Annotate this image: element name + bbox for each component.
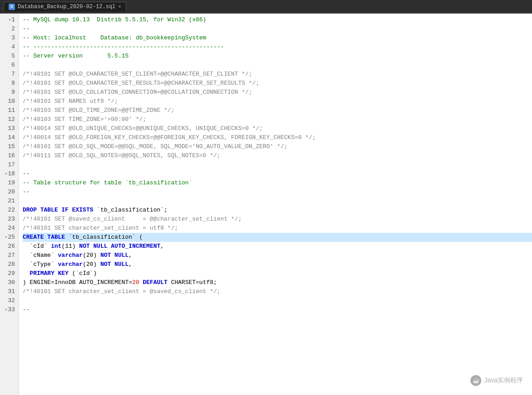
line-num-value: 6	[11, 61, 15, 70]
line-number: 7	[0, 70, 19, 79]
line-num-value: 9	[11, 88, 15, 97]
line-num-value: 1	[11, 15, 15, 24]
code-line: -- Table structure for table `tb_classif…	[23, 178, 532, 188]
code-token: int	[51, 243, 61, 250]
code-token	[23, 270, 30, 277]
line-num-value: 2	[11, 24, 15, 34]
code-line: /*!40101 SET @OLD_CHARACTER_SET_RESULTS=…	[23, 79, 532, 88]
code-token: )	[93, 270, 97, 277]
code-line: `cName` varchar(20) NOT NULL,	[23, 251, 532, 260]
code-token: `cName`	[30, 252, 55, 259]
line-number: 3	[0, 34, 19, 43]
tab-close-icon[interactable]: ×	[118, 4, 121, 10]
code-token: /*!40014 SET @OLD_FOREIGN_KEY_CHECKS=@@F…	[23, 134, 316, 141]
code-token: /*!40101 SET @OLD_COLLATION_CONNECTION=@…	[23, 89, 252, 96]
line-num-value: 25	[8, 233, 15, 242]
code-line	[23, 61, 532, 70]
line-num-value: 3	[11, 34, 15, 43]
line-num-value: 15	[8, 142, 15, 151]
line-number: 29	[0, 269, 19, 278]
code-token: -- -------------------------------------…	[23, 43, 224, 50]
tab-label: Database_Backup_2020-02-12.sql	[18, 4, 115, 10]
code-token: --	[23, 188, 30, 195]
code-token: ,	[129, 261, 132, 268]
code-line: /*!40101 SET character_set_client = utf8…	[23, 224, 532, 233]
code-token: `tb_classification`	[97, 207, 164, 213]
code-line: `cType` varchar(20) NOT NULL,	[23, 260, 532, 269]
file-tab[interactable]: D Database_Backup_2020-02-12.sql ×	[4, 2, 126, 11]
code-token: varchar	[58, 261, 83, 268]
line-num-value: 31	[8, 287, 15, 296]
line-num-value: 18	[8, 169, 15, 178]
line-number: 10	[0, 97, 19, 106]
code-token	[54, 261, 58, 268]
code-token: ;	[164, 207, 168, 213]
code-token: (20)	[83, 252, 101, 259]
line-number: 20	[0, 188, 19, 197]
code-line: DROP TABLE IF EXISTS `tb_classification`…	[23, 206, 532, 215]
code-token: `cType`	[30, 261, 55, 268]
code-token: ) ENGINE=InnoDB AUTO_INCREMENT=	[23, 279, 132, 286]
code-token: -- Server version 5.5.15	[23, 53, 129, 59]
line-number: 22	[0, 206, 19, 215]
code-line: -- MySQL dump 10.13 Distrib 5.5.15, for …	[23, 15, 532, 24]
code-token: -- Host: localhost Database: db_bookkeep…	[23, 34, 206, 41]
code-line: `cId` int(11) NOT NULL AUTO_INCREMENT,	[23, 242, 532, 251]
code-line: --	[23, 305, 532, 314]
code-line: -- Server version 5.5.15	[23, 52, 532, 61]
code-token: 20	[132, 279, 139, 286]
code-token: /*!40101 SET @saved_cs_client = @@charac…	[23, 216, 242, 222]
line-num-value: 27	[8, 251, 15, 260]
watermark-text: Java实例程序	[484, 376, 523, 385]
code-token: (	[136, 234, 143, 241]
code-token: -- MySQL dump 10.13 Distrib 5.5.15, for …	[23, 16, 206, 23]
watermark-icon: ☕	[470, 375, 481, 386]
code-line: /*!40103 SET TIME_ZONE='+00:00' */;	[23, 115, 532, 124]
code-token: /*!40111 SET @OLD_SQL_NOTES=@@SQL_NOTES,…	[23, 152, 220, 159]
code-token: /*!40101 SET @OLD_SQL_MODE=@@SQL_MODE, S…	[23, 143, 288, 150]
line-num-value: 33	[8, 305, 15, 314]
code-token: `cId`	[76, 270, 93, 277]
line-num-value: 24	[8, 224, 15, 233]
line-number: 12	[0, 115, 19, 124]
code-token: NOT NULL	[101, 261, 129, 268]
line-num-value: 28	[8, 260, 15, 269]
code-token: NOT NULL AUTO_INCREMENT	[79, 243, 160, 250]
code-token	[23, 243, 30, 250]
code-token	[93, 207, 97, 213]
code-line: ) ENGINE=InnoDB AUTO_INCREMENT=20 DEFAUL…	[23, 278, 532, 287]
line-number: 17	[0, 160, 19, 169]
code-line: --	[23, 24, 532, 34]
code-token: /*!40101 SET NAMES utf8 */;	[23, 98, 118, 105]
code-token: ,	[129, 252, 132, 259]
line-num-value: 7	[11, 70, 15, 79]
line-number: 15	[0, 142, 19, 151]
code-token: (20)	[83, 261, 101, 268]
watermark: ☕ Java实例程序	[470, 375, 523, 386]
code-column[interactable]: -- MySQL dump 10.13 Distrib 5.5.15, for …	[19, 14, 532, 395]
code-line: /*!40101 SET @saved_cs_client = @@charac…	[23, 215, 532, 224]
code-line: --	[23, 188, 532, 197]
code-token	[23, 252, 30, 259]
code-token: `cId`	[30, 243, 48, 250]
code-token: -- Table structure for table `tb_classif…	[23, 179, 192, 186]
line-number: 13	[0, 124, 19, 133]
code-token: NOT NULL	[101, 252, 129, 259]
code-token: /*!40101 SET @OLD_CHARACTER_SET_RESULTS=…	[23, 80, 259, 87]
line-number: 26	[0, 242, 19, 251]
line-num-value: 17	[8, 160, 15, 169]
code-token: (	[68, 270, 76, 277]
title-bar: D Database_Backup_2020-02-12.sql ×	[0, 0, 532, 14]
code-token: `tb_classification`	[68, 234, 135, 241]
code-token: /*!40014 SET @OLD_UNIQUE_CHECKS=@@UNIQUE…	[23, 125, 263, 132]
line-num-value: 32	[8, 296, 15, 305]
line-num-value: 29	[8, 269, 15, 278]
line-number: ▸33	[0, 305, 19, 314]
line-numbers-column: ▸1234567891011121314151617▸1819202122232…	[0, 14, 19, 395]
code-token: /*!40101 SET character_set_client = @sav…	[23, 288, 220, 295]
code-token: /*!40101 SET character_set_client = utf8…	[23, 225, 178, 231]
code-line: /*!40101 SET NAMES utf8 */;	[23, 97, 532, 106]
line-num-value: 4	[11, 43, 15, 52]
code-line: /*!40111 SET @OLD_SQL_NOTES=@@SQL_NOTES,…	[23, 151, 532, 160]
line-number: 30	[0, 278, 19, 287]
